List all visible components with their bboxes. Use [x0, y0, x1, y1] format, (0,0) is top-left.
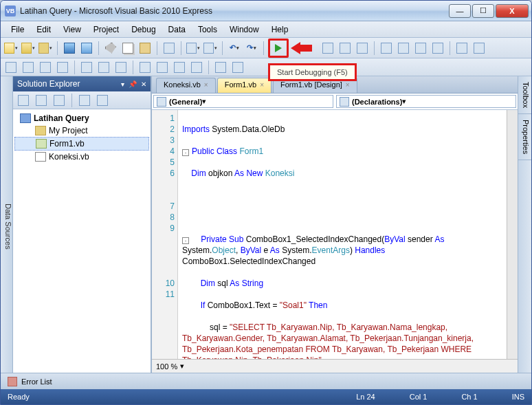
- tb-misc-2[interactable]: [396, 41, 411, 56]
- titlebar[interactable]: VB Latihan Query - Microsoft Visual Basi…: [1, 1, 531, 21]
- add-item-button[interactable]: [38, 41, 53, 56]
- redo-button[interactable]: ↷: [244, 41, 259, 56]
- step-over-button[interactable]: [337, 41, 353, 56]
- solution-tree: Latihan Query My Project Form1.vb Koneks…: [13, 109, 151, 373]
- right-rail: Toolbox Properties: [518, 76, 531, 373]
- fold-icon[interactable]: -: [182, 149, 189, 156]
- zoom-value[interactable]: 100 %: [156, 362, 177, 371]
- step-out-button[interactable]: [355, 41, 370, 56]
- sec-btn-6[interactable]: [96, 60, 111, 75]
- tree-item-label: Koneksi.vb: [49, 152, 89, 162]
- panel-dropdown-icon[interactable]: ▾: [121, 80, 124, 88]
- status-ready: Ready: [8, 393, 30, 401]
- properties-tab[interactable]: Properties: [518, 114, 531, 160]
- menu-view[interactable]: View: [57, 23, 87, 36]
- nav-class-combo[interactable]: (General)▾: [153, 95, 333, 108]
- se-viewcode-button[interactable]: [77, 93, 92, 108]
- tab-close-icon[interactable]: ×: [204, 81, 208, 89]
- menu-edit[interactable]: Edit: [30, 23, 57, 36]
- tab-close-icon[interactable]: ×: [346, 81, 350, 89]
- bottom-tool-strip: Error List: [1, 373, 531, 389]
- editor-region: Koneksi.vb× Form1.vb× Form1.vb [Design]×…: [152, 76, 518, 373]
- minimize-button[interactable]: —: [449, 4, 471, 18]
- sec-btn-7[interactable]: [113, 60, 129, 75]
- play-icon: [275, 44, 282, 52]
- maximize-button[interactable]: ☐: [472, 4, 494, 18]
- sec-btn-4[interactable]: [55, 60, 70, 75]
- se-refresh-button[interactable]: [52, 93, 67, 108]
- save-all-button[interactable]: [79, 41, 94, 56]
- vertical-scrollbar[interactable]: [507, 110, 518, 359]
- tb-misc-4[interactable]: [430, 41, 445, 56]
- code-nav-bar: (General)▾ (Declarations)▾: [152, 94, 518, 110]
- menu-data[interactable]: Data: [162, 23, 192, 36]
- find-button[interactable]: [162, 41, 177, 56]
- sec-btn-3[interactable]: [38, 60, 53, 75]
- menu-window[interactable]: Window: [223, 23, 265, 36]
- close-button[interactable]: X: [496, 4, 529, 18]
- menu-debug[interactable]: Debug: [125, 23, 162, 36]
- solution-explorer-title[interactable]: Solution Explorer ▾ 📌 ✕: [13, 76, 151, 91]
- save-button[interactable]: [62, 41, 77, 56]
- zoom-bar: 100 % ▾: [152, 359, 518, 373]
- start-debugging-button[interactable]: [268, 39, 289, 58]
- nav-member-combo[interactable]: (Declarations)▾: [336, 95, 516, 108]
- menu-tools[interactable]: Tools: [192, 23, 223, 36]
- toolbox-tab[interactable]: Toolbox: [518, 76, 531, 114]
- sec-btn-5[interactable]: [79, 60, 94, 75]
- menu-file[interactable]: File: [5, 23, 30, 36]
- undo-button[interactable]: ↶: [227, 41, 242, 56]
- sec-btn-10[interactable]: [172, 60, 187, 75]
- solution-explorer-toolbar: [13, 91, 151, 109]
- panel-pin-icon[interactable]: 📌: [129, 80, 137, 88]
- body: Data Sources Solution Explorer ▾ 📌 ✕: [1, 76, 531, 373]
- sec-btn-2[interactable]: [21, 60, 36, 75]
- tab-close-icon[interactable]: ×: [260, 81, 264, 89]
- fold-icon[interactable]: -: [182, 237, 189, 244]
- tb-misc-1[interactable]: [379, 41, 394, 56]
- tb-misc-6[interactable]: [472, 41, 487, 56]
- se-properties-button[interactable]: [16, 93, 31, 108]
- code-text[interactable]: Imports System.Data.OleDb -Public Class …: [178, 110, 507, 359]
- tree-item-form1[interactable]: Form1.vb: [14, 137, 149, 151]
- sec-btn-12[interactable]: [213, 60, 228, 75]
- sec-btn-8[interactable]: [137, 60, 153, 75]
- window-title: Latihan Query - Microsoft Visual Basic 2…: [20, 6, 449, 16]
- open-project-button[interactable]: [21, 41, 36, 56]
- tree-item-koneksi[interactable]: Koneksi.vb: [14, 151, 149, 163]
- menu-help[interactable]: Help: [265, 23, 295, 36]
- paste-button[interactable]: [137, 41, 153, 56]
- se-showall-button[interactable]: [34, 93, 49, 108]
- tree-item-label: My Project: [49, 126, 88, 135]
- tree-root[interactable]: Latihan Query: [14, 112, 149, 124]
- sec-btn-9[interactable]: [155, 60, 170, 75]
- code-editor[interactable]: 1 2 3 4 5 6 7 8 9 10 11 Imports System.D…: [152, 110, 518, 359]
- tree-root-label: Latihan Query: [34, 113, 89, 123]
- se-viewdesigner-button[interactable]: [95, 93, 110, 108]
- data-sources-tab[interactable]: Data Sources: [1, 76, 13, 373]
- menu-project[interactable]: Project: [87, 23, 125, 36]
- uncomment-button[interactable]: [203, 41, 218, 56]
- sec-btn-11[interactable]: [189, 60, 204, 75]
- annotation-arrow: [291, 41, 318, 56]
- tab-koneksi[interactable]: Koneksi.vb×: [156, 78, 216, 93]
- tree-item-myproject[interactable]: My Project: [14, 124, 149, 137]
- sec-btn-13[interactable]: [230, 60, 245, 75]
- status-line: Ln 24: [356, 393, 375, 401]
- sec-btn-1[interactable]: [3, 60, 19, 75]
- tb-misc-3[interactable]: [413, 41, 428, 56]
- new-project-button[interactable]: [3, 41, 19, 56]
- tab-form1[interactable]: Form1.vb×: [217, 78, 271, 93]
- tb-misc-5[interactable]: [454, 41, 469, 56]
- comment-button[interactable]: [186, 41, 201, 56]
- step-into-button[interactable]: [320, 41, 335, 56]
- chevron-down-icon[interactable]: ▾: [180, 362, 184, 371]
- copy-button[interactable]: [120, 41, 135, 56]
- toolbar-main: ↶ ↷: [1, 38, 531, 58]
- panel-close-icon[interactable]: ✕: [141, 80, 146, 88]
- cut-button[interactable]: [103, 41, 118, 56]
- app-icon: VB: [5, 6, 16, 17]
- solution-explorer-label: Solution Explorer: [17, 79, 80, 89]
- status-ins: INS: [512, 393, 524, 401]
- error-list-tab[interactable]: Error List: [21, 377, 52, 386]
